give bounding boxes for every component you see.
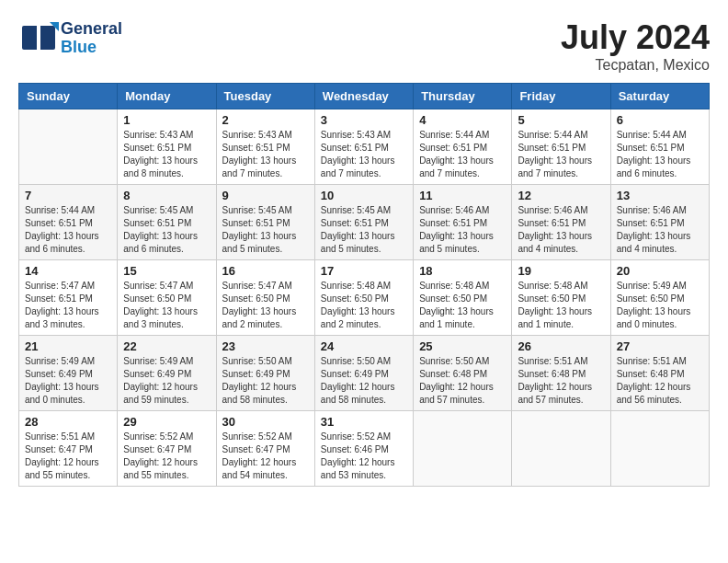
- day-info: Sunrise: 5:46 AM Sunset: 6:51 PM Dayligh…: [419, 204, 506, 256]
- day-info: Sunrise: 5:52 AM Sunset: 6:47 PM Dayligh…: [222, 431, 309, 482]
- day-info: Sunrise: 5:43 AM Sunset: 6:51 PM Dayligh…: [123, 129, 210, 180]
- day-info: Sunrise: 5:45 AM Sunset: 6:51 PM Dayligh…: [123, 204, 210, 256]
- day-number: 23: [222, 339, 309, 353]
- calendar-cell: [610, 411, 709, 487]
- month-title: July 2024: [561, 18, 710, 57]
- calendar-table: SundayMondayTuesdayWednesdayThursdayFrid…: [18, 83, 710, 487]
- day-number: 28: [25, 415, 111, 429]
- calendar-cell: 24Sunrise: 5:50 AM Sunset: 6:49 PM Dayli…: [314, 336, 413, 411]
- day-number: 19: [518, 264, 604, 278]
- calendar-cell: 29Sunrise: 5:52 AM Sunset: 6:47 PM Dayli…: [118, 411, 216, 487]
- calendar-cell: 7Sunrise: 5:44 AM Sunset: 6:51 PM Daylig…: [19, 185, 118, 260]
- calendar-cell: 2Sunrise: 5:43 AM Sunset: 6:51 PM Daylig…: [216, 109, 314, 185]
- day-info: Sunrise: 5:43 AM Sunset: 6:51 PM Dayligh…: [222, 129, 309, 180]
- weekday-header-wednesday: Wednesday: [314, 84, 413, 109]
- day-number: 11: [419, 189, 506, 202]
- svg-rect-2: [37, 24, 40, 52]
- calendar-cell: 22Sunrise: 5:49 AM Sunset: 6:49 PM Dayli…: [118, 336, 216, 411]
- calendar-week-row: 28Sunrise: 5:51 AM Sunset: 6:47 PM Dayli…: [19, 411, 710, 487]
- day-number: 14: [25, 264, 111, 278]
- day-number: 2: [222, 113, 309, 127]
- svg-rect-1: [39, 26, 55, 50]
- weekday-header-thursday: Thursday: [414, 84, 512, 109]
- day-info: Sunrise: 5:49 AM Sunset: 6:50 PM Dayligh…: [617, 280, 703, 331]
- weekday-header-tuesday: Tuesday: [216, 84, 314, 109]
- day-info: Sunrise: 5:51 AM Sunset: 6:48 PM Dayligh…: [617, 355, 703, 407]
- calendar-cell: 27Sunrise: 5:51 AM Sunset: 6:48 PM Dayli…: [610, 336, 709, 411]
- day-number: 24: [321, 339, 407, 353]
- day-number: 4: [419, 113, 506, 127]
- calendar-cell: [414, 411, 512, 487]
- day-number: 16: [222, 264, 309, 278]
- weekday-header-monday: Monday: [118, 84, 216, 109]
- day-number: 10: [321, 189, 407, 202]
- calendar-cell: 18Sunrise: 5:48 AM Sunset: 6:50 PM Dayli…: [414, 260, 512, 336]
- calendar-cell: 14Sunrise: 5:47 AM Sunset: 6:51 PM Dayli…: [19, 260, 118, 336]
- day-info: Sunrise: 5:46 AM Sunset: 6:51 PM Dayligh…: [518, 204, 604, 256]
- day-info: Sunrise: 5:48 AM Sunset: 6:50 PM Dayligh…: [321, 280, 407, 331]
- calendar-cell: 10Sunrise: 5:45 AM Sunset: 6:51 PM Dayli…: [314, 185, 413, 260]
- calendar-cell: 21Sunrise: 5:49 AM Sunset: 6:49 PM Dayli…: [19, 336, 118, 411]
- day-info: Sunrise: 5:50 AM Sunset: 6:48 PM Dayligh…: [419, 355, 506, 407]
- calendar-week-row: 14Sunrise: 5:47 AM Sunset: 6:51 PM Dayli…: [19, 260, 710, 336]
- calendar-cell: 3Sunrise: 5:43 AM Sunset: 6:51 PM Daylig…: [314, 109, 413, 185]
- day-number: 26: [518, 339, 604, 353]
- title-block: July 2024 Tecpatan, Mexico: [561, 18, 710, 74]
- calendar-cell: 6Sunrise: 5:44 AM Sunset: 6:51 PM Daylig…: [610, 109, 709, 185]
- day-number: 6: [617, 113, 703, 127]
- calendar-cell: 19Sunrise: 5:48 AM Sunset: 6:50 PM Dayli…: [512, 260, 610, 336]
- weekday-header-row: SundayMondayTuesdayWednesdayThursdayFrid…: [19, 84, 710, 109]
- logo-text-general: General: [61, 20, 122, 39]
- day-info: Sunrise: 5:44 AM Sunset: 6:51 PM Dayligh…: [25, 204, 111, 256]
- svg-rect-0: [22, 26, 39, 50]
- logo: General Blue: [18, 18, 122, 59]
- day-info: Sunrise: 5:47 AM Sunset: 6:51 PM Dayligh…: [25, 280, 111, 331]
- calendar-week-row: 7Sunrise: 5:44 AM Sunset: 6:51 PM Daylig…: [19, 185, 710, 260]
- day-info: Sunrise: 5:52 AM Sunset: 6:47 PM Dayligh…: [123, 431, 210, 482]
- logo-text-blue: Blue: [61, 39, 122, 57]
- day-info: Sunrise: 5:44 AM Sunset: 6:51 PM Dayligh…: [518, 129, 604, 180]
- calendar-cell: 28Sunrise: 5:51 AM Sunset: 6:47 PM Dayli…: [19, 411, 118, 487]
- page-header: General Blue July 2024 Tecpatan, Mexico: [18, 18, 710, 74]
- day-number: 17: [321, 264, 407, 278]
- day-number: 27: [617, 339, 703, 353]
- calendar-cell: 25Sunrise: 5:50 AM Sunset: 6:48 PM Dayli…: [414, 336, 512, 411]
- weekday-header-friday: Friday: [512, 84, 610, 109]
- day-info: Sunrise: 5:50 AM Sunset: 6:49 PM Dayligh…: [222, 355, 309, 407]
- day-info: Sunrise: 5:51 AM Sunset: 6:48 PM Dayligh…: [518, 355, 604, 407]
- day-info: Sunrise: 5:47 AM Sunset: 6:50 PM Dayligh…: [123, 280, 210, 331]
- calendar-cell: 11Sunrise: 5:46 AM Sunset: 6:51 PM Dayli…: [414, 185, 512, 260]
- calendar-cell: 4Sunrise: 5:44 AM Sunset: 6:51 PM Daylig…: [414, 109, 512, 185]
- day-number: 7: [25, 189, 111, 202]
- calendar-cell: 8Sunrise: 5:45 AM Sunset: 6:51 PM Daylig…: [118, 185, 216, 260]
- calendar-cell: 9Sunrise: 5:45 AM Sunset: 6:51 PM Daylig…: [216, 185, 314, 260]
- day-number: 5: [518, 113, 604, 127]
- calendar-cell: 23Sunrise: 5:50 AM Sunset: 6:49 PM Dayli…: [216, 336, 314, 411]
- day-info: Sunrise: 5:45 AM Sunset: 6:51 PM Dayligh…: [321, 204, 407, 256]
- calendar-cell: 5Sunrise: 5:44 AM Sunset: 6:51 PM Daylig…: [512, 109, 610, 185]
- location: Tecpatan, Mexico: [561, 57, 710, 74]
- calendar-cell: 17Sunrise: 5:48 AM Sunset: 6:50 PM Dayli…: [314, 260, 413, 336]
- day-info: Sunrise: 5:48 AM Sunset: 6:50 PM Dayligh…: [419, 280, 506, 331]
- day-info: Sunrise: 5:51 AM Sunset: 6:47 PM Dayligh…: [25, 431, 111, 482]
- calendar-cell: [512, 411, 610, 487]
- calendar-cell: 20Sunrise: 5:49 AM Sunset: 6:50 PM Dayli…: [610, 260, 709, 336]
- day-info: Sunrise: 5:52 AM Sunset: 6:46 PM Dayligh…: [321, 431, 407, 482]
- calendar-cell: 26Sunrise: 5:51 AM Sunset: 6:48 PM Dayli…: [512, 336, 610, 411]
- calendar-cell: 1Sunrise: 5:43 AM Sunset: 6:51 PM Daylig…: [118, 109, 216, 185]
- day-info: Sunrise: 5:50 AM Sunset: 6:49 PM Dayligh…: [321, 355, 407, 407]
- day-number: 8: [123, 189, 210, 202]
- day-number: 20: [617, 264, 703, 278]
- day-number: 30: [222, 415, 309, 429]
- calendar-week-row: 1Sunrise: 5:43 AM Sunset: 6:51 PM Daylig…: [19, 109, 710, 185]
- day-info: Sunrise: 5:49 AM Sunset: 6:49 PM Dayligh…: [25, 355, 111, 407]
- day-number: 9: [222, 189, 309, 202]
- day-info: Sunrise: 5:48 AM Sunset: 6:50 PM Dayligh…: [518, 280, 604, 331]
- day-number: 12: [518, 189, 604, 202]
- day-info: Sunrise: 5:47 AM Sunset: 6:50 PM Dayligh…: [222, 280, 309, 331]
- day-info: Sunrise: 5:45 AM Sunset: 6:51 PM Dayligh…: [222, 204, 309, 256]
- day-number: 15: [123, 264, 210, 278]
- calendar-cell: 31Sunrise: 5:52 AM Sunset: 6:46 PM Dayli…: [314, 411, 413, 487]
- day-info: Sunrise: 5:44 AM Sunset: 6:51 PM Dayligh…: [617, 129, 703, 180]
- day-info: Sunrise: 5:46 AM Sunset: 6:51 PM Dayligh…: [617, 204, 703, 256]
